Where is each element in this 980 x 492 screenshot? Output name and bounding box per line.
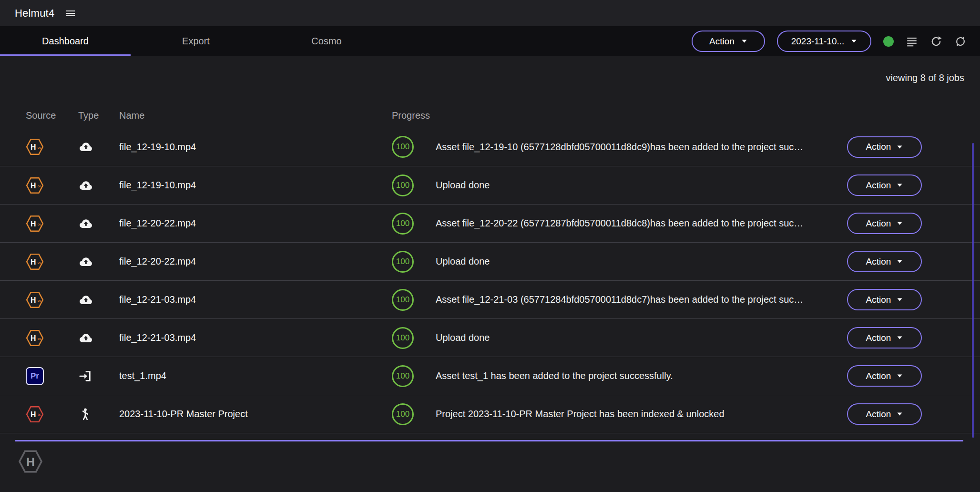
helmut-red-hexagon-icon: H × <box>26 405 44 423</box>
table-row: H ∞ Pr H × <box>0 395 980 433</box>
progress-indicator: 100 <box>392 403 414 425</box>
type-cell <box>78 254 119 269</box>
row-action-dropdown[interactable]: Action <box>847 174 922 196</box>
tab-dashboard[interactable]: Dashboard <box>0 26 131 56</box>
job-name: test_1.mp4 <box>119 370 392 381</box>
type-cell <box>78 369 119 383</box>
row-action-label: Action <box>866 256 891 267</box>
row-action-label: Action <box>866 180 891 191</box>
job-message: Asset file_12-21-03 (65771284bfd05700011… <box>436 294 847 305</box>
svg-text:∞: ∞ <box>38 297 41 303</box>
row-action-dropdown[interactable]: Action <box>847 365 922 387</box>
row-action-dropdown[interactable]: Action <box>847 327 922 348</box>
tab-export[interactable]: Export <box>131 26 261 56</box>
column-header-name: Name <box>119 110 392 121</box>
cloud-upload-icon <box>78 292 93 308</box>
helmut-hexagon-icon: H ∞ <box>26 253 44 271</box>
column-header-source: Source <box>26 110 78 121</box>
row-action-dropdown[interactable]: Action <box>847 251 922 272</box>
source-cell: H ∞ Pr H × <box>26 291 78 309</box>
job-message: Project 2023-11-10-PR Master Project has… <box>436 409 847 420</box>
toolbar-controls: Action 2023-11-10... <box>692 26 980 56</box>
type-cell <box>78 292 119 308</box>
svg-text:H: H <box>31 334 36 342</box>
table-row: H ∞ Pr H × <box>0 204 980 242</box>
svg-text:∞: ∞ <box>38 259 41 265</box>
source-cell: H ∞ Pr H × <box>26 138 78 156</box>
progress-indicator: 100 <box>392 289 414 311</box>
type-cell <box>78 330 119 346</box>
job-message: Asset test_1 has been added to the proje… <box>436 370 847 381</box>
sync-button[interactable] <box>954 35 967 48</box>
tab-bar: Dashboard Export Cosmo Action 2023-11-10… <box>0 26 980 56</box>
source-cell: H ∞ Pr H × <box>26 405 78 423</box>
progress-cell: 100 <box>392 136 436 158</box>
svg-text:∞: ∞ <box>38 144 41 150</box>
footer-divider <box>15 440 963 441</box>
chevron-down-icon <box>897 259 903 264</box>
svg-text:∞: ∞ <box>38 221 41 227</box>
tab-label: Export <box>182 36 210 47</box>
column-header-type: Type <box>78 110 119 121</box>
svg-text:H: H <box>31 257 36 266</box>
svg-text:H: H <box>31 410 36 418</box>
job-message: Upload done <box>436 332 847 343</box>
date-filter-dropdown[interactable]: 2023-11-10... <box>777 31 871 52</box>
progress-indicator: 100 <box>392 251 414 273</box>
source-cell: H ∞ Pr H × <box>26 253 78 271</box>
progress-indicator: 100 <box>392 327 414 349</box>
svg-text:H: H <box>31 181 36 189</box>
progress-cell: 100 <box>392 365 436 387</box>
table-row: H ∞ Pr H × <box>0 318 980 357</box>
log-list-button[interactable] <box>906 35 918 48</box>
source-cell: H ∞ Pr H × <box>26 329 78 347</box>
row-action-dropdown[interactable]: Action <box>847 213 922 234</box>
svg-text:H: H <box>26 455 35 468</box>
row-action-dropdown[interactable]: Action <box>847 403 922 425</box>
progress-cell: 100 <box>392 251 436 273</box>
table-row: H ∞ Pr H × <box>0 242 980 280</box>
table-row: H ∞ Pr H × <box>0 166 980 204</box>
action-dropdown[interactable]: Action <box>692 31 765 52</box>
tab-cosmo[interactable]: Cosmo <box>261 26 392 56</box>
person-running-icon <box>78 407 92 421</box>
helmut-hexagon-icon: H ∞ <box>26 291 44 309</box>
app-title: Helmut4 <box>15 7 54 20</box>
helmut-gray-hexagon-icon: H <box>18 449 43 474</box>
row-action-dropdown[interactable]: Action <box>847 289 922 310</box>
table-row: H ∞ Pr H × <box>0 128 980 166</box>
menu-button[interactable] <box>65 8 76 19</box>
action-dropdown-label: Action <box>709 36 735 47</box>
cloud-upload-icon <box>78 178 93 193</box>
row-action-dropdown[interactable]: Action <box>847 136 922 158</box>
refresh-icon <box>930 35 942 48</box>
job-message: Upload done <box>436 180 847 191</box>
job-message: Upload done <box>436 256 847 267</box>
progress-indicator: 100 <box>392 136 414 158</box>
chevron-down-icon <box>897 221 903 226</box>
source-cell: H ∞ Pr H × <box>26 176 78 195</box>
helmut-hexagon-icon: H ∞ <box>26 215 44 233</box>
cloud-upload-icon <box>78 254 93 269</box>
cloud-upload-icon <box>78 330 93 346</box>
svg-text:∞: ∞ <box>38 183 41 189</box>
svg-text:×: × <box>38 411 41 418</box>
progress-cell: 100 <box>392 213 436 235</box>
chevron-down-icon <box>897 297 903 302</box>
table-row: H ∞ Pr H × <box>0 280 980 318</box>
refresh-button[interactable] <box>930 35 942 48</box>
vertical-scrollbar[interactable] <box>972 143 974 438</box>
helmut-footer-logo: H <box>18 449 43 476</box>
progress-indicator: 100 <box>392 365 414 387</box>
progress-cell: 100 <box>392 174 436 196</box>
row-action-label: Action <box>866 409 891 420</box>
helmut-hexagon-icon: H ∞ <box>26 176 44 195</box>
column-header-progress: Progress <box>392 110 847 121</box>
type-cell <box>78 216 119 231</box>
row-action-label: Action <box>866 371 891 381</box>
sync-icon <box>954 35 967 48</box>
viewing-count: viewing 8 of 8 jobs <box>0 56 980 83</box>
connection-status-dot <box>883 36 894 47</box>
progress-cell: 100 <box>392 327 436 349</box>
list-lines-icon <box>906 35 918 48</box>
